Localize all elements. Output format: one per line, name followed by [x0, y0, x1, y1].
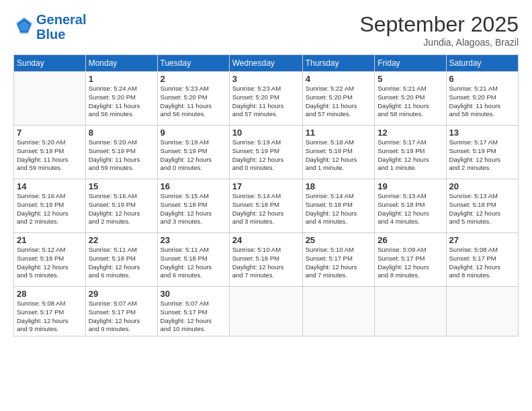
day-number: 29 — [89, 289, 154, 299]
day-info: Sunrise: 5:14 AM Sunset: 5:18 PM Dayligh… — [232, 192, 300, 226]
page: General Blue September 2025 Jundia, Alag… — [0, 0, 532, 411]
calendar-cell: 11Sunrise: 5:18 AM Sunset: 5:19 PM Dayli… — [302, 126, 375, 179]
day-number: 22 — [89, 235, 154, 245]
day-number: 27 — [449, 235, 515, 245]
day-info: Sunrise: 5:23 AM Sunset: 5:20 PM Dayligh… — [232, 85, 300, 119]
header-sunday: Sunday — [14, 55, 86, 72]
day-info: Sunrise: 5:21 AM Sunset: 5:20 PM Dayligh… — [449, 85, 515, 119]
calendar-cell: 2Sunrise: 5:23 AM Sunset: 5:20 PM Daylig… — [157, 72, 229, 126]
calendar-cell — [14, 72, 86, 126]
day-number: 21 — [17, 235, 83, 245]
day-info: Sunrise: 5:09 AM Sunset: 5:17 PM Dayligh… — [378, 246, 443, 280]
day-info: Sunrise: 5:22 AM Sunset: 5:20 PM Dayligh… — [306, 85, 372, 119]
day-number: 19 — [378, 181, 443, 191]
calendar-week-1: 1Sunrise: 5:24 AM Sunset: 5:20 PM Daylig… — [14, 72, 519, 126]
calendar-cell: 6Sunrise: 5:21 AM Sunset: 5:20 PM Daylig… — [446, 72, 518, 126]
logo-icon — [15, 16, 34, 35]
calendar-cell: 18Sunrise: 5:14 AM Sunset: 5:18 PM Dayli… — [302, 179, 375, 233]
day-info: Sunrise: 5:20 AM Sunset: 5:19 PM Dayligh… — [17, 138, 83, 173]
day-info: Sunrise: 5:16 AM Sunset: 5:19 PM Dayligh… — [89, 192, 154, 226]
calendar-cell: 22Sunrise: 5:11 AM Sunset: 5:18 PM Dayli… — [85, 233, 157, 287]
day-info: Sunrise: 5:18 AM Sunset: 5:19 PM Dayligh… — [306, 138, 372, 173]
location: Jundia, Alagoas, Brazil — [359, 37, 519, 48]
day-info: Sunrise: 5:07 AM Sunset: 5:17 PM Dayligh… — [89, 300, 154, 334]
title-block: September 2025 Jundia, Alagoas, Brazil — [359, 12, 519, 48]
day-number: 16 — [161, 181, 226, 191]
day-number: 9 — [161, 128, 226, 138]
calendar-cell: 26Sunrise: 5:09 AM Sunset: 5:17 PM Dayli… — [375, 233, 446, 287]
day-number: 11 — [306, 128, 372, 138]
calendar-week-5: 28Sunrise: 5:08 AM Sunset: 5:17 PM Dayli… — [14, 287, 519, 336]
day-number: 1 — [89, 74, 154, 84]
calendar-cell: 10Sunrise: 5:19 AM Sunset: 5:19 PM Dayli… — [229, 126, 302, 179]
day-info: Sunrise: 5:23 AM Sunset: 5:20 PM Dayligh… — [161, 85, 226, 119]
calendar-cell: 29Sunrise: 5:07 AM Sunset: 5:17 PM Dayli… — [85, 287, 157, 336]
day-number: 14 — [17, 181, 83, 191]
calendar-cell: 21Sunrise: 5:12 AM Sunset: 5:18 PM Dayli… — [14, 233, 86, 287]
calendar-week-3: 14Sunrise: 5:16 AM Sunset: 5:19 PM Dayli… — [14, 179, 519, 233]
header-saturday: Saturday — [446, 55, 518, 72]
header: General Blue September 2025 Jundia, Alag… — [13, 12, 519, 48]
day-info: Sunrise: 5:19 AM Sunset: 5:19 PM Dayligh… — [232, 138, 300, 173]
calendar-cell: 4Sunrise: 5:22 AM Sunset: 5:20 PM Daylig… — [302, 72, 375, 126]
calendar-cell: 9Sunrise: 5:19 AM Sunset: 5:19 PM Daylig… — [157, 126, 229, 179]
calendar-cell: 1Sunrise: 5:24 AM Sunset: 5:20 PM Daylig… — [85, 72, 157, 126]
calendar-cell — [446, 287, 518, 336]
day-info: Sunrise: 5:21 AM Sunset: 5:20 PM Dayligh… — [378, 85, 443, 119]
header-thursday: Thursday — [302, 55, 375, 72]
day-number: 18 — [306, 181, 372, 191]
day-info: Sunrise: 5:13 AM Sunset: 5:18 PM Dayligh… — [378, 192, 443, 226]
day-number: 20 — [449, 181, 515, 191]
day-number: 7 — [17, 128, 83, 138]
day-number: 10 — [232, 128, 300, 138]
day-number: 26 — [378, 235, 443, 245]
day-number: 17 — [232, 181, 300, 191]
day-number: 15 — [89, 181, 154, 191]
day-info: Sunrise: 5:14 AM Sunset: 5:18 PM Dayligh… — [306, 192, 372, 226]
day-info: Sunrise: 5:10 AM Sunset: 5:17 PM Dayligh… — [306, 246, 372, 280]
calendar-week-2: 7Sunrise: 5:20 AM Sunset: 5:19 PM Daylig… — [14, 126, 519, 179]
calendar-cell: 27Sunrise: 5:08 AM Sunset: 5:17 PM Dayli… — [446, 233, 518, 287]
calendar-cell: 25Sunrise: 5:10 AM Sunset: 5:17 PM Dayli… — [302, 233, 375, 287]
day-info: Sunrise: 5:08 AM Sunset: 5:17 PM Dayligh… — [449, 246, 515, 280]
day-number: 8 — [89, 128, 154, 138]
calendar-week-4: 21Sunrise: 5:12 AM Sunset: 5:18 PM Dayli… — [14, 233, 519, 287]
day-number: 23 — [161, 235, 226, 245]
calendar-cell: 7Sunrise: 5:20 AM Sunset: 5:19 PM Daylig… — [14, 126, 86, 179]
day-info: Sunrise: 5:12 AM Sunset: 5:18 PM Dayligh… — [17, 246, 83, 280]
calendar-cell: 17Sunrise: 5:14 AM Sunset: 5:18 PM Dayli… — [229, 179, 302, 233]
calendar-cell — [302, 287, 375, 336]
month-title: September 2025 — [359, 12, 519, 37]
day-number: 12 — [378, 128, 443, 138]
day-number: 28 — [17, 289, 83, 299]
header-wednesday: Wednesday — [229, 55, 302, 72]
calendar-cell: 28Sunrise: 5:08 AM Sunset: 5:17 PM Dayli… — [14, 287, 86, 336]
day-info: Sunrise: 5:08 AM Sunset: 5:17 PM Dayligh… — [17, 300, 83, 334]
calendar-cell — [375, 287, 446, 336]
calendar-cell: 16Sunrise: 5:15 AM Sunset: 5:18 PM Dayli… — [157, 179, 229, 233]
day-info: Sunrise: 5:13 AM Sunset: 5:18 PM Dayligh… — [449, 192, 515, 226]
day-info: Sunrise: 5:24 AM Sunset: 5:20 PM Dayligh… — [89, 85, 154, 119]
calendar-cell — [229, 287, 302, 336]
calendar-cell: 12Sunrise: 5:17 AM Sunset: 5:19 PM Dayli… — [375, 126, 446, 179]
day-number: 25 — [306, 235, 372, 245]
day-info: Sunrise: 5:20 AM Sunset: 5:19 PM Dayligh… — [89, 138, 154, 173]
header-tuesday: Tuesday — [157, 55, 229, 72]
header-friday: Friday — [375, 55, 446, 72]
calendar-cell: 3Sunrise: 5:23 AM Sunset: 5:20 PM Daylig… — [229, 72, 302, 126]
day-number: 5 — [378, 74, 443, 84]
day-number: 6 — [449, 74, 515, 84]
day-number: 4 — [306, 74, 372, 84]
calendar-cell: 24Sunrise: 5:10 AM Sunset: 5:18 PM Dayli… — [229, 233, 302, 287]
day-number: 24 — [232, 235, 300, 245]
day-number: 30 — [161, 289, 226, 299]
day-info: Sunrise: 5:07 AM Sunset: 5:17 PM Dayligh… — [161, 300, 226, 334]
day-info: Sunrise: 5:11 AM Sunset: 5:18 PM Dayligh… — [161, 246, 226, 280]
day-number: 3 — [232, 74, 300, 84]
day-info: Sunrise: 5:16 AM Sunset: 5:19 PM Dayligh… — [17, 192, 83, 226]
day-info: Sunrise: 5:11 AM Sunset: 5:18 PM Dayligh… — [89, 246, 154, 280]
logo: General Blue — [13, 12, 86, 42]
calendar-header-row: Sunday Monday Tuesday Wednesday Thursday… — [14, 55, 519, 72]
logo-line1: General — [36, 12, 86, 27]
day-info: Sunrise: 5:15 AM Sunset: 5:18 PM Dayligh… — [161, 192, 226, 226]
